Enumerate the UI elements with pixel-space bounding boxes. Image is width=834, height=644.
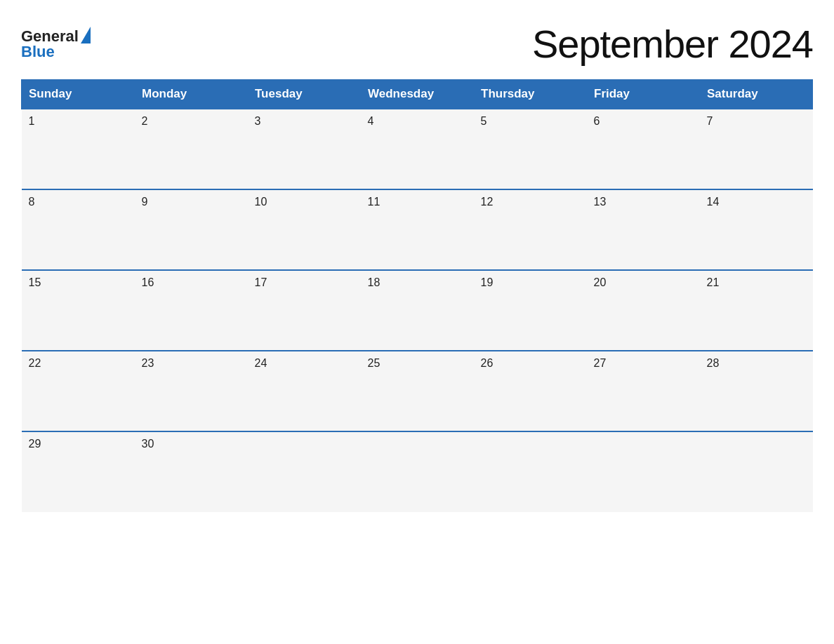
calendar-cell: 10 bbox=[248, 189, 361, 270]
calendar-week-row: 15161718192021 bbox=[22, 270, 813, 351]
logo: General Blue bbox=[21, 29, 91, 60]
calendar-cell: 15 bbox=[22, 270, 135, 351]
calendar-table: SundayMondayTuesdayWednesdayThursdayFrid… bbox=[21, 79, 813, 512]
day-number: 16 bbox=[142, 276, 241, 289]
calendar-cell: 7 bbox=[700, 109, 813, 189]
calendar-cell: 23 bbox=[135, 351, 248, 431]
calendar-cell: 28 bbox=[700, 351, 813, 431]
calendar-cell: 14 bbox=[700, 189, 813, 270]
logo-triangle-icon bbox=[81, 27, 91, 43]
month-title: September 2024 bbox=[532, 21, 813, 67]
calendar-cell: 21 bbox=[700, 270, 813, 351]
calendar-cell: 30 bbox=[135, 431, 248, 512]
calendar-week-row: 1234567 bbox=[22, 109, 813, 189]
day-number: 12 bbox=[481, 196, 580, 208]
calendar-cell: 29 bbox=[22, 431, 135, 512]
day-number: 23 bbox=[142, 357, 241, 370]
logo-general-text: General bbox=[21, 29, 79, 44]
calendar-week-row: 2930 bbox=[22, 431, 813, 512]
day-number: 3 bbox=[255, 115, 354, 128]
day-number: 19 bbox=[481, 276, 580, 289]
calendar-cell: 16 bbox=[135, 270, 248, 351]
calendar-cell: 5 bbox=[474, 109, 587, 189]
day-number: 8 bbox=[29, 196, 128, 208]
day-number: 28 bbox=[707, 357, 806, 370]
day-number: 13 bbox=[594, 196, 693, 208]
day-number: 29 bbox=[29, 438, 128, 450]
calendar-week-row: 891011121314 bbox=[22, 189, 813, 270]
day-number: 1 bbox=[29, 115, 128, 128]
page-header: General Blue September 2024 bbox=[21, 21, 813, 67]
calendar-body: 1234567891011121314151617181920212223242… bbox=[22, 109, 813, 512]
day-number: 14 bbox=[707, 196, 806, 208]
calendar-cell: 6 bbox=[587, 109, 700, 189]
weekday-header-wednesday: Wednesday bbox=[361, 80, 474, 109]
weekday-header-monday: Monday bbox=[135, 80, 248, 109]
day-number: 18 bbox=[368, 276, 467, 289]
day-number: 11 bbox=[368, 196, 467, 208]
day-number: 15 bbox=[29, 276, 128, 289]
calendar-cell: 1 bbox=[22, 109, 135, 189]
calendar-cell: 4 bbox=[361, 109, 474, 189]
day-number: 17 bbox=[255, 276, 354, 289]
day-number: 4 bbox=[368, 115, 467, 128]
calendar-cell: 27 bbox=[587, 351, 700, 431]
day-number: 30 bbox=[142, 438, 241, 450]
day-number: 22 bbox=[29, 357, 128, 370]
calendar-cell: 3 bbox=[248, 109, 361, 189]
day-number: 27 bbox=[594, 357, 693, 370]
logo-blue-text: Blue bbox=[21, 44, 91, 60]
calendar-cell bbox=[361, 431, 474, 512]
day-number: 24 bbox=[255, 357, 354, 370]
calendar-cell: 2 bbox=[135, 109, 248, 189]
calendar-cell: 17 bbox=[248, 270, 361, 351]
calendar-cell: 12 bbox=[474, 189, 587, 270]
calendar-cell: 8 bbox=[22, 189, 135, 270]
calendar-cell: 22 bbox=[22, 351, 135, 431]
weekday-header-thursday: Thursday bbox=[474, 80, 587, 109]
calendar-cell: 20 bbox=[587, 270, 700, 351]
weekday-header-friday: Friday bbox=[587, 80, 700, 109]
calendar-cell: 18 bbox=[361, 270, 474, 351]
calendar-cell: 9 bbox=[135, 189, 248, 270]
calendar-cell bbox=[474, 431, 587, 512]
calendar-cell: 26 bbox=[474, 351, 587, 431]
day-number: 9 bbox=[142, 196, 241, 208]
day-number: 10 bbox=[255, 196, 354, 208]
day-number: 26 bbox=[481, 357, 580, 370]
day-number: 5 bbox=[481, 115, 580, 128]
calendar-cell: 25 bbox=[361, 351, 474, 431]
day-number: 7 bbox=[707, 115, 806, 128]
weekday-header-sunday: Sunday bbox=[22, 80, 135, 109]
day-number: 2 bbox=[142, 115, 241, 128]
calendar-week-row: 22232425262728 bbox=[22, 351, 813, 431]
day-number: 25 bbox=[368, 357, 467, 370]
calendar-cell bbox=[248, 431, 361, 512]
calendar-cell bbox=[587, 431, 700, 512]
logo-wordmark: General Blue bbox=[21, 29, 91, 60]
day-number: 20 bbox=[594, 276, 693, 289]
calendar-cell: 11 bbox=[361, 189, 474, 270]
calendar-cell: 24 bbox=[248, 351, 361, 431]
calendar-cell: 19 bbox=[474, 270, 587, 351]
weekday-header-row: SundayMondayTuesdayWednesdayThursdayFrid… bbox=[22, 80, 813, 109]
calendar-header: SundayMondayTuesdayWednesdayThursdayFrid… bbox=[22, 80, 813, 109]
weekday-header-tuesday: Tuesday bbox=[248, 80, 361, 109]
day-number: 21 bbox=[707, 276, 806, 289]
calendar-cell: 13 bbox=[587, 189, 700, 270]
calendar-cell bbox=[700, 431, 813, 512]
weekday-header-saturday: Saturday bbox=[700, 80, 813, 109]
day-number: 6 bbox=[594, 115, 693, 128]
